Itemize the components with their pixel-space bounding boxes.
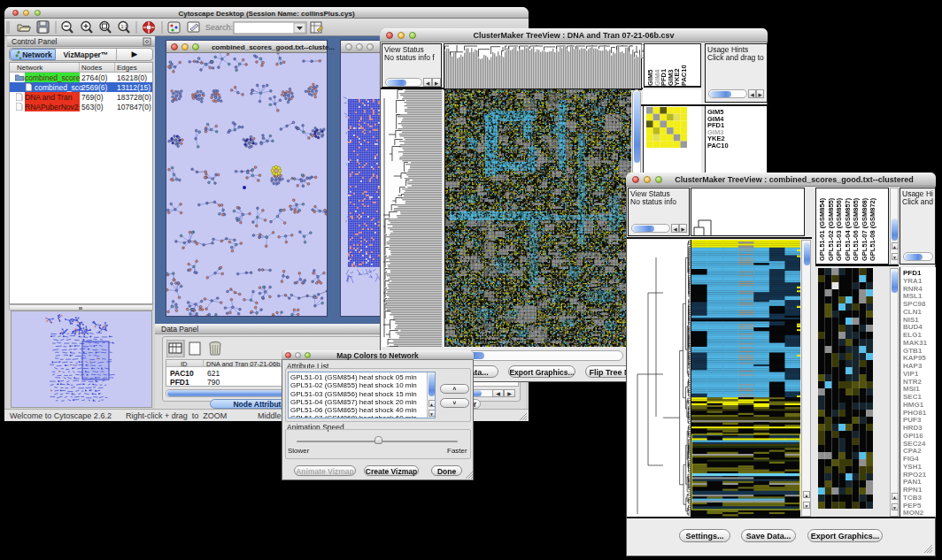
svg-text:Search:: Search: <box>205 23 233 32</box>
svg-text:1:1: 1:1 <box>121 24 128 29</box>
